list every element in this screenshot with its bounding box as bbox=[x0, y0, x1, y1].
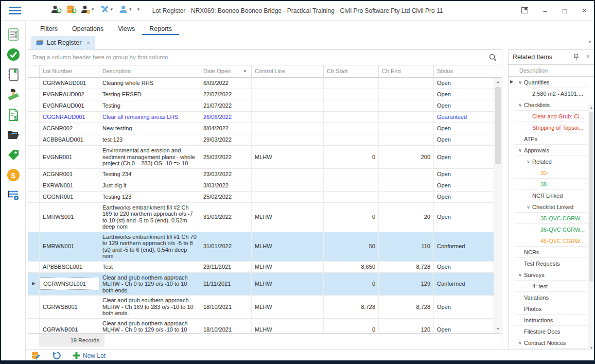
chevron-down-icon[interactable]: ∨ bbox=[524, 204, 532, 210]
related-item[interactable]: 2,580 m2 - A3101.... bbox=[515, 88, 588, 99]
related-item[interactable]: 4: test bbox=[515, 281, 588, 292]
database-edit-icon[interactable] bbox=[31, 351, 41, 360]
cell-date-open[interactable]: 18/10/2021 bbox=[200, 319, 252, 334]
cell-date-open[interactable]: 29/03/2022 bbox=[200, 134, 252, 145]
cell-control-line[interactable] bbox=[252, 134, 324, 145]
chevron-down-icon[interactable]: ∨ bbox=[516, 340, 524, 345]
open-folder-icon[interactable] bbox=[7, 128, 20, 142]
dropdown-caret[interactable]: ▾ bbox=[92, 7, 94, 12]
database-sync-icon[interactable] bbox=[66, 5, 75, 14]
cell-ch-start[interactable]: 0 bbox=[324, 203, 379, 232]
row-indicator[interactable] bbox=[28, 180, 40, 191]
more-dropdown-caret[interactable]: ▾ bbox=[137, 7, 140, 12]
cell-control-line[interactable] bbox=[252, 89, 324, 100]
table-row[interactable]: EVGNRAUD002Testing ERSED22/07/2022Open bbox=[28, 89, 502, 100]
cell-description[interactable]: Earthworks embankment fill #1 Ch 70 to 1… bbox=[99, 232, 200, 261]
cell-date-open[interactable]: 26/06/2022 bbox=[200, 112, 252, 123]
row-indicator[interactable] bbox=[28, 89, 40, 100]
cell-description[interactable]: Testing bbox=[99, 100, 200, 111]
cell-control-line[interactable] bbox=[252, 192, 324, 202]
table-row[interactable]: EVGNRAUD001Testing21/07/2022Open bbox=[28, 100, 502, 112]
cell-ch-start[interactable]: 0 bbox=[324, 146, 379, 168]
scroll-up-icon[interactable]: ▲ bbox=[588, 103, 594, 112]
table-row[interactable]: EXRWN001Just dig it3/03/2022Open bbox=[28, 180, 502, 192]
minimize-button[interactable]: – bbox=[544, 8, 547, 14]
cell-ch-start[interactable]: 50 bbox=[324, 232, 379, 261]
tools-icon[interactable]: ▾ bbox=[100, 5, 113, 14]
cell-lot-number[interactable]: ACGNR002 bbox=[40, 123, 99, 134]
cell-description[interactable]: Earthworks embankment fill #2 Ch 169 to … bbox=[99, 203, 200, 232]
cell-status[interactable]: Open bbox=[434, 319, 502, 334]
cell-date-open[interactable]: 8/04/2022 bbox=[200, 123, 252, 134]
cell-lot-number[interactable]: ACBBBAUD001 bbox=[40, 134, 99, 145]
cell-control-line[interactable] bbox=[252, 180, 324, 191]
cell-date-open[interactable]: 11/11/2021 bbox=[200, 273, 252, 296]
cell-ch-start[interactable] bbox=[324, 100, 379, 111]
related-item[interactable]: Stripping of Topsoi... bbox=[515, 122, 588, 133]
table-row[interactable]: ACBBBAUD001test 12329/03/2022Open bbox=[28, 134, 502, 146]
related-item[interactable]: ∨Contract Notices bbox=[515, 337, 588, 349]
chevron-down-icon[interactable]: ∨ bbox=[524, 159, 532, 164]
scroll-thumb[interactable] bbox=[589, 112, 593, 282]
row-indicator[interactable] bbox=[28, 262, 40, 272]
scroll-down-icon[interactable]: ▼ bbox=[494, 325, 502, 333]
related-item[interactable]: Test Requests bbox=[515, 258, 588, 269]
table-row[interactable]: ACGNR002New testing8/04/2022Open bbox=[28, 123, 502, 134]
cell-status[interactable]: Open bbox=[434, 203, 502, 232]
cell-ch-end[interactable]: 20 bbox=[379, 203, 434, 232]
row-indicator[interactable]: ▶ bbox=[28, 273, 40, 296]
cell-lot-number[interactable]: EVGNRAUD002 bbox=[40, 89, 99, 100]
cell-date-open[interactable]: 31/01/2022 bbox=[200, 232, 252, 261]
stamp-approval-icon[interactable] bbox=[7, 88, 20, 101]
cell-description[interactable]: Clear all remaining areas LHS bbox=[99, 112, 200, 123]
cell-status[interactable]: Open bbox=[434, 146, 502, 168]
cell-date-open[interactable]: 6/09/2022 bbox=[200, 78, 252, 89]
table-row[interactable]: CGRWNB001Clear and grub northern approac… bbox=[28, 319, 502, 334]
cell-description[interactable]: Testing 234 bbox=[99, 169, 200, 180]
cell-ch-start[interactable] bbox=[324, 112, 379, 123]
related-item[interactable]: Variations bbox=[515, 292, 588, 303]
tab-list-caret-icon[interactable]: ▾ bbox=[588, 39, 591, 44]
cell-description[interactable]: test 123 bbox=[99, 134, 200, 145]
dropdown-caret[interactable]: ▾ bbox=[129, 7, 132, 12]
cell-ch-start[interactable] bbox=[324, 192, 379, 202]
cell-lot-number[interactable]: EVGNRAUD001 bbox=[40, 100, 99, 111]
cell-description[interactable]: Test bbox=[99, 262, 200, 272]
related-item[interactable]: ∨Checklist Linked bbox=[515, 201, 588, 213]
group-by-panel[interactable]: Drag a column header here to group by th… bbox=[28, 50, 502, 65]
row-indicator[interactable] bbox=[28, 296, 40, 318]
related-item[interactable]: 36-QVC CGRW... bbox=[515, 224, 588, 235]
check-circle-icon[interactable] bbox=[7, 48, 20, 61]
menu-item-filters[interactable]: Filters bbox=[33, 22, 65, 35]
related-column-label[interactable]: Description bbox=[515, 65, 594, 76]
cell-lot-number[interactable]: CGRWNAUD001 bbox=[40, 78, 99, 89]
cell-description[interactable]: Clear and grub southern approach MLHW - … bbox=[99, 296, 200, 318]
document-dollar-icon[interactable]: $ bbox=[7, 108, 20, 122]
cell-description[interactable]: Clear and grub northern approach MLHW - … bbox=[99, 319, 200, 334]
cell-lot-number[interactable]: CGGNR001 bbox=[40, 192, 99, 202]
cell-ch-start[interactable]: 8,650 bbox=[324, 262, 379, 272]
form-checklist-icon[interactable] bbox=[7, 28, 20, 41]
header-status[interactable]: Status bbox=[434, 65, 502, 77]
cell-ch-end[interactable] bbox=[379, 78, 434, 89]
cell-ch-start[interactable]: 0 bbox=[324, 273, 379, 296]
tab-lot-register[interactable]: Lot Register × bbox=[31, 36, 95, 49]
cell-control-line[interactable] bbox=[252, 123, 324, 134]
search-icon[interactable] bbox=[489, 54, 497, 63]
related-item[interactable]: 30- bbox=[515, 167, 588, 179]
row-indicator[interactable] bbox=[28, 112, 40, 123]
chevron-down-icon[interactable]: ∨ bbox=[516, 272, 524, 278]
cell-status[interactable]: Conformed bbox=[434, 232, 502, 261]
user-gear-icon[interactable]: ▾ bbox=[81, 5, 94, 14]
related-item[interactable]: Photos bbox=[515, 303, 588, 315]
tab-close-icon[interactable]: × bbox=[86, 40, 90, 46]
table-row[interactable]: CGGNRAUD001Clear all remaining areas LHS… bbox=[28, 112, 502, 123]
cell-status[interactable]: Open bbox=[434, 123, 502, 134]
cell-date-open[interactable]: 23/11/2021 bbox=[200, 262, 252, 272]
cell-control-line[interactable]: MLHW bbox=[252, 273, 324, 296]
table-row[interactable]: ACGNR001Testing 23423/03/2022Open bbox=[28, 169, 502, 180]
related-item[interactable]: NCR Linked bbox=[515, 190, 588, 201]
cell-ch-end[interactable]: 8,728 bbox=[379, 296, 434, 318]
cell-lot-number[interactable]: EMRWS001 bbox=[40, 203, 99, 232]
cell-ch-start[interactable]: 0 bbox=[324, 319, 379, 334]
